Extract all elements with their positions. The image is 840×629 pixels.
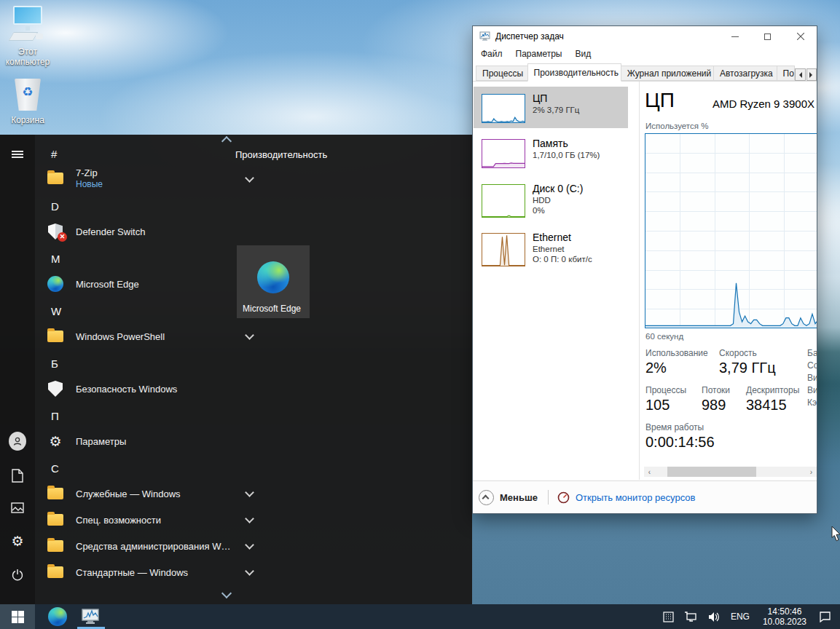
start-button[interactable] [0, 604, 35, 629]
chevron-down-icon[interactable] [245, 173, 254, 183]
app-item-accessories-windows[interactable]: Стандартные — Windows [38, 559, 224, 585]
perf-item-memory[interactable]: Память 1,7/10,0 ГБ (17%) [474, 132, 628, 173]
fewer-details-button[interactable]: Меньше [473, 490, 538, 505]
pane-divider [639, 82, 640, 480]
tab-strip: Процессы Производительность Журнал прило… [473, 63, 817, 82]
recycle-bin-label: Корзина [0, 115, 55, 125]
app-item-settings[interactable]: ⚙ Параметры [38, 428, 224, 454]
menu-options[interactable]: Параметры [509, 47, 569, 63]
app-item-defender-switch[interactable]: ✕ Defender Switch [38, 218, 224, 245]
tab-startup[interactable]: Автозагрузка [713, 66, 777, 81]
disk-sparkline [482, 185, 525, 217]
edge-icon [47, 276, 63, 292]
horizontal-scrollbar[interactable]: ‹ › [644, 467, 817, 477]
cpu-heading: ЦП [645, 89, 675, 112]
app-section-header[interactable]: # [51, 147, 57, 162]
app-section-header[interactable]: С [51, 462, 59, 476]
desktop-icon-recycle-bin[interactable]: ♻ Корзина [0, 76, 55, 125]
scrollbar-thumb[interactable] [667, 467, 756, 477]
recycle-bin-icon: ♻ [12, 76, 44, 112]
chevron-down-icon[interactable] [245, 566, 254, 576]
app-item-7zip[interactable]: 7-ZipНовые [38, 163, 224, 194]
scroll-left-icon[interactable]: ‹ [644, 467, 655, 477]
tab-app-history[interactable]: Журнал приложений [621, 66, 714, 81]
desktop-icon-this-pc[interactable]: Этот компьютер [0, 6, 55, 67]
edge-icon [257, 261, 289, 293]
time: 14:50:46 [763, 606, 806, 617]
taskbar-task-manager-button[interactable] [74, 604, 108, 629]
handles-value: 38415 [746, 397, 787, 414]
title-bar[interactable]: Диспетчер задач [473, 26, 817, 47]
maximize-button[interactable] [751, 26, 784, 47]
avatar [9, 432, 26, 451]
app-item-microsoft-edge[interactable]: Microsoft Edge [38, 271, 224, 297]
app-item-system-windows[interactable]: Служебные — Windows [38, 480, 224, 507]
app-item-accessibility[interactable]: Спец. возможности [38, 507, 224, 533]
uptime-label: Время работы [645, 422, 704, 432]
chevron-down-icon[interactable] [245, 514, 254, 523]
app-section-header[interactable]: Б [51, 357, 58, 371]
open-resource-monitor-link[interactable]: Открыть монитор ресурсов [576, 492, 695, 503]
close-button[interactable] [784, 26, 817, 47]
perf-item-cpu[interactable]: ЦП 2% 3,79 ГГц [474, 87, 628, 128]
pictures-icon[interactable] [9, 499, 26, 516]
app-section-header[interactable]: П [51, 409, 59, 424]
settings-icon[interactable]: ⚙ [9, 532, 26, 550]
mouse-cursor [831, 526, 840, 543]
chevron-down-icon[interactable] [245, 331, 254, 340]
documents-icon[interactable] [9, 467, 26, 484]
language-indicator[interactable]: ENG [731, 612, 750, 622]
ethernet-sparkline [482, 234, 525, 266]
tab-details-truncated[interactable]: По [777, 66, 796, 81]
action-center-icon[interactable] [819, 612, 831, 622]
uptime-value: 0:00:14:56 [645, 434, 715, 451]
app-section-header[interactable]: D [51, 199, 59, 214]
app-item-admin-tools[interactable]: Средства администрирования W… [38, 533, 224, 559]
tile-group-title[interactable]: Производительность [235, 149, 327, 160]
scroll-down-icon[interactable] [221, 588, 232, 598]
app-item-windows-security[interactable]: Безопасность Windows [38, 376, 224, 402]
usage-value: 2% [645, 360, 667, 376]
tab-scroll-left-icon[interactable] [795, 68, 805, 81]
user-account-icon[interactable] [9, 432, 26, 450]
tab-processes[interactable]: Процессы [476, 66, 528, 81]
taskbar-edge-button[interactable] [41, 604, 74, 629]
clock[interactable]: 14:50:46 10.08.2023 [763, 606, 806, 627]
minimize-button[interactable] [718, 26, 751, 47]
virtualization-label-truncated: Ви [807, 373, 817, 383]
folder-icon [47, 540, 63, 552]
app-item-windows-powershell[interactable]: Windows PowerShell [38, 323, 224, 349]
menu-view[interactable]: Вид [568, 47, 597, 63]
task-manager-window: Диспетчер задач Файл Параметры Вид Проце… [472, 25, 817, 514]
volume-icon[interactable] [707, 612, 720, 622]
chevron-up-circle-icon [479, 490, 494, 505]
cpu-model: AMD Ryzen 9 3900X [713, 98, 815, 110]
menu-file[interactable]: Файл [474, 47, 509, 63]
tab-scroll-right-icon[interactable] [806, 68, 817, 81]
network-icon[interactable] [684, 612, 697, 622]
scroll-up-icon[interactable] [221, 136, 232, 146]
this-pc-icon [8, 6, 47, 44]
power-icon[interactable] [9, 566, 26, 584]
touch-keyboard-icon[interactable] [663, 612, 674, 622]
app-section-header[interactable]: M [51, 252, 60, 266]
footer-bar: Меньше Открыть монитор ресурсов [473, 480, 817, 513]
tile-microsoft-edge[interactable]: Microsoft Edge [237, 245, 310, 318]
usage-label: Использование [645, 348, 708, 358]
edge-icon [48, 607, 67, 626]
shield-icon [48, 381, 63, 397]
folder-icon [47, 514, 63, 526]
tab-performance[interactable]: Производительность [527, 63, 621, 82]
cpu-detail-pane: ЦП AMD Ryzen 9 3900X Используется % 60 с… [644, 82, 817, 480]
scroll-right-icon[interactable]: › [806, 467, 817, 477]
chevron-down-icon[interactable] [245, 488, 254, 497]
menu-icon[interactable] [9, 146, 26, 163]
perf-item-disk0[interactable]: Диск 0 (C:) HDD 0% [474, 177, 628, 222]
date: 10.08.2023 [763, 617, 806, 627]
folder-icon [47, 331, 63, 342]
start-menu-rail: ⚙ [0, 135, 35, 604]
app-section-header[interactable]: W [51, 304, 61, 319]
perf-item-ethernet[interactable]: Ethernet Ethernet О: 0 П: 0 кбит/с [474, 226, 628, 271]
chart-y-label: Используется % [645, 122, 708, 130]
chevron-down-icon[interactable] [245, 540, 254, 550]
